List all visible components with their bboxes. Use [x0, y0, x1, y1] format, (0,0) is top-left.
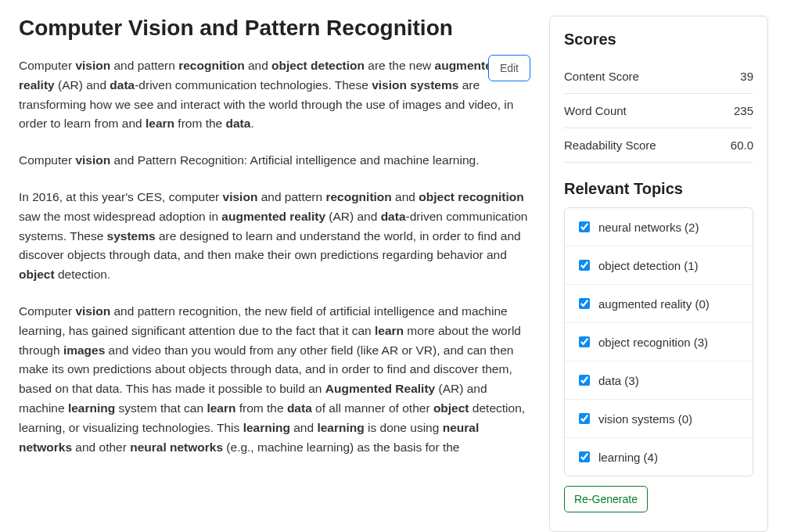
edit-button[interactable]: Edit: [488, 55, 530, 81]
scores-heading: Scores: [564, 31, 753, 49]
score-value: 60.0: [731, 138, 753, 152]
topic-label: neural networks (2): [598, 221, 699, 234]
topic-row[interactable]: augmented reality (0): [565, 285, 753, 323]
paragraph-1: Computer vision and pattern recognition …: [19, 56, 530, 134]
paragraph-4: Computer vision and pattern recognition,…: [19, 302, 530, 457]
score-label: Word Count: [564, 104, 627, 117]
topic-checkbox[interactable]: [579, 336, 590, 347]
score-label: Content Score: [564, 70, 639, 83]
regenerate-button[interactable]: Re-Generate: [564, 486, 648, 512]
topic-row[interactable]: neural networks (2): [565, 208, 753, 246]
sidebar: Scores Content Score 39 Word Count 235 R…: [549, 16, 768, 532]
topic-label: data (3): [598, 374, 639, 387]
topics-list: neural networks (2) object detection (1)…: [564, 207, 753, 476]
topic-row[interactable]: data (3): [565, 361, 753, 400]
article-body: Computer vision and pattern recognition …: [19, 56, 530, 457]
topic-checkbox[interactable]: [579, 298, 590, 309]
topic-checkbox[interactable]: [579, 413, 590, 424]
score-row-wordcount: Word Count 235: [564, 94, 753, 128]
score-label: Readability Score: [564, 138, 656, 152]
topics-heading: Relevant Topics: [564, 180, 753, 198]
topic-row[interactable]: object detection (1): [565, 246, 753, 285]
topic-row[interactable]: vision systems (0): [565, 400, 753, 438]
topic-label: object detection (1): [598, 259, 699, 272]
topic-checkbox[interactable]: [579, 451, 590, 462]
topic-checkbox[interactable]: [579, 375, 590, 386]
topic-row[interactable]: learning (4): [565, 438, 753, 476]
page-title: Computer Vision and Pattern Recognition: [19, 16, 530, 41]
paragraph-3: In 2016, at this year's CES, computer vi…: [19, 188, 530, 285]
score-value: 39: [740, 70, 753, 83]
topic-label: object recognition (3): [598, 336, 708, 349]
topic-label: augmented reality (0): [598, 297, 710, 311]
paragraph-2: Computer vision and Pattern Recognition:…: [19, 151, 530, 171]
topic-checkbox[interactable]: [579, 260, 590, 271]
topic-label: vision systems (0): [598, 412, 692, 426]
score-row-readability: Readability Score 60.0: [564, 128, 753, 163]
topic-checkbox[interactable]: [579, 221, 590, 232]
topic-label: learning (4): [598, 451, 658, 464]
score-value: 235: [734, 104, 753, 117]
topic-row[interactable]: object recognition (3): [565, 323, 753, 361]
score-row-content: Content Score 39: [564, 59, 753, 94]
